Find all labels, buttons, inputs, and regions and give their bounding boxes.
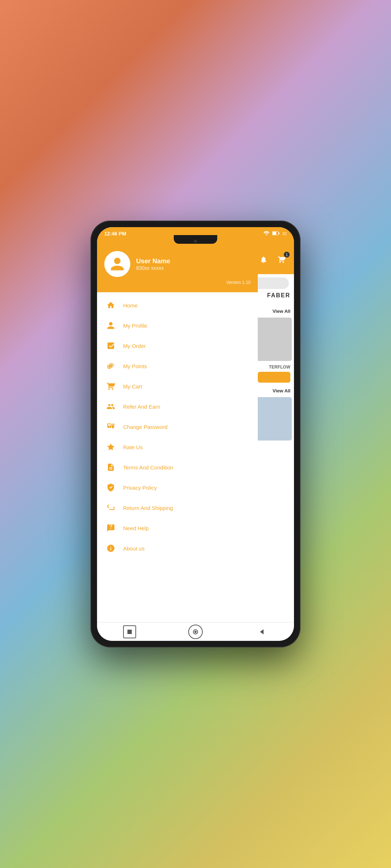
user-section: User Name 830xx xxxxx (104, 251, 251, 277)
star-icon (106, 442, 116, 452)
points-icon (106, 361, 116, 371)
menu-label-my-points: My Points (123, 363, 147, 369)
menu-label-terms: Terms And Condition (123, 464, 173, 471)
menu-item-terms[interactable]: Terms And Condition (97, 457, 258, 477)
sidebar-menu: User Name 830xx xxxxx Version 1.10 Home (97, 245, 258, 622)
about-icon (106, 543, 116, 553)
home-icon (106, 300, 116, 310)
svg-rect-11 (112, 425, 114, 428)
menu-item-my-points[interactable]: My Points (97, 356, 258, 376)
terflow-text: TERFLOW (269, 365, 290, 370)
user-info: User Name 830xx xxxxx (136, 258, 170, 271)
svg-rect-12 (127, 630, 132, 634)
menu-label-about: About us (123, 545, 144, 552)
menu-label-change-password: Change Password (123, 424, 168, 430)
status-icons: 32 (264, 231, 287, 237)
wifi-icon (264, 231, 269, 237)
svg-rect-3 (278, 233, 279, 234)
camera-dot (194, 240, 197, 243)
battery-icon (272, 231, 279, 237)
avatar (104, 251, 130, 277)
menu-item-rate-us[interactable]: Rate Us (97, 437, 258, 457)
menu-item-return-shipping[interactable]: Return And Shipping (97, 498, 258, 518)
cart-badge: 1 (284, 252, 290, 258)
menu-item-need-help[interactable]: Need Help (97, 518, 258, 538)
menu-item-privacy[interactable]: Privacy Policy (97, 477, 258, 498)
brand-label: FABER (267, 292, 290, 299)
privacy-icon (106, 482, 116, 493)
help-icon (106, 523, 116, 533)
avatar-icon (109, 256, 125, 272)
nav-back-button[interactable] (255, 625, 268, 638)
menu-label-my-cart: My Cart (123, 383, 142, 390)
menu-item-about[interactable]: About us (97, 538, 258, 558)
refer-icon (106, 401, 116, 412)
menu-label-home: Home (123, 302, 138, 309)
screen-content: 1 FABER View All TERFLOW View A (97, 245, 294, 622)
menu-item-my-order[interactable]: My Order (97, 336, 258, 356)
status-time: 12:46 PM (104, 231, 126, 237)
user-phone: 830xx xxxxx (136, 265, 170, 271)
menu-label-return-shipping: Return And Shipping (123, 505, 173, 511)
menu-item-home[interactable]: Home (97, 295, 258, 315)
nav-square-button[interactable] (123, 625, 136, 638)
view-all-2[interactable]: View All (273, 388, 290, 393)
svg-point-0 (266, 234, 267, 235)
menu-item-my-cart[interactable]: My Cart (97, 376, 258, 396)
notch (174, 235, 217, 244)
profile-icon (106, 320, 116, 331)
menu-label-my-order: My Order (123, 343, 146, 349)
svg-marker-15 (260, 629, 264, 634)
order-icon (106, 341, 116, 351)
svg-point-7 (111, 365, 113, 366)
user-name: User Name (136, 258, 170, 265)
menu-label-my-profile: My Profile (123, 323, 147, 329)
version-text: Version 1.10 (104, 280, 251, 285)
svg-point-14 (194, 631, 197, 633)
menu-item-change-password[interactable]: Change Password (97, 417, 258, 437)
svg-rect-2 (273, 232, 276, 235)
sidebar-header: User Name 830xx xxxxx Version 1.10 (97, 245, 258, 292)
menu-label-refer-earn: Refer And Earn (123, 404, 160, 410)
return-icon (106, 503, 116, 513)
menu-label-need-help: Need Help (123, 525, 149, 531)
svg-point-6 (109, 366, 110, 368)
phone-screen: 12:46 PM (97, 227, 294, 641)
menu-item-refer-earn[interactable]: Refer And Earn (97, 396, 258, 417)
menu-list: Home My Profile My Order (97, 292, 258, 622)
phone-frame: 12:46 PM (91, 221, 300, 647)
terms-icon (106, 462, 116, 472)
menu-item-my-profile[interactable]: My Profile (97, 315, 258, 336)
nav-home-button[interactable] (188, 625, 203, 639)
cart-button[interactable]: 1 (275, 253, 288, 266)
bottom-navigation (97, 622, 294, 641)
cart-icon (106, 381, 116, 391)
menu-label-privacy: Privacy Policy (123, 485, 157, 491)
view-all-1[interactable]: View All (273, 309, 290, 314)
notch-bar (97, 240, 294, 245)
battery-level: 32 (282, 231, 287, 236)
password-icon (106, 422, 116, 432)
menu-label-rate-us: Rate Us (123, 444, 143, 450)
svg-point-10 (109, 426, 110, 427)
cta-button[interactable] (258, 372, 290, 383)
notification-button[interactable] (257, 253, 270, 266)
